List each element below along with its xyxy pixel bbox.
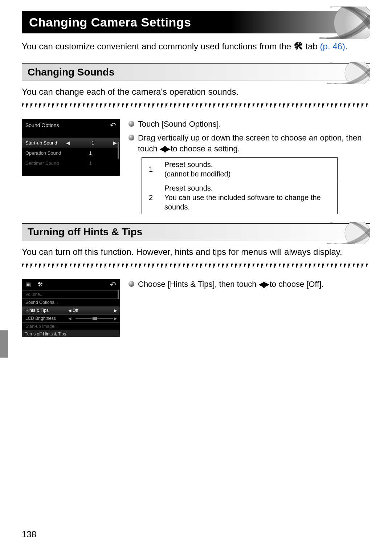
intro-text-2: tab <box>303 41 320 51</box>
back-icon: ↶ <box>110 280 116 289</box>
ss-row-label: Operation Sound <box>25 150 66 156</box>
page-tab-marker <box>0 330 8 358</box>
hints-tips-screenshot: ▣ 🛠 ↶ Volume... Sound Options... Hints &… <box>22 279 120 337</box>
left-right-arrows-icon: ◀▶ <box>259 280 268 289</box>
main-heading: Changing Camera Settings <box>29 15 191 29</box>
section-heading-bar: Turning off Hints & Tips <box>22 223 370 241</box>
intro-text-end: . <box>345 41 348 51</box>
ss-row-label: Start-up Image... <box>25 324 68 329</box>
bullet-text: Touch [Sound Options]. <box>138 119 221 129</box>
option-number: 1 <box>142 157 160 181</box>
option-desc: Preset sounds. You can use the included … <box>160 181 338 214</box>
ss-row-startup-sound: Start-up Sound ◀ 1 ▶ <box>22 138 120 148</box>
sounds-row: Sound Options ↶ Start-up Sound ◀ 1 ▶ Ope… <box>22 119 370 214</box>
ss-row-label: Start-up Sound <box>25 140 66 146</box>
section-heading-hints: Turning off Hints & Tips <box>28 226 142 238</box>
hash-divider <box>22 264 370 272</box>
arrow-left-icon: ◀ <box>68 308 71 313</box>
arrow-right-icon: ▶ <box>113 140 117 146</box>
svg-point-1 <box>345 62 370 84</box>
ss-row-startup-image: Start-up Image... <box>22 322 120 330</box>
table-row: 1 Preset sounds. (cannot be modified) <box>142 157 338 181</box>
bullet-text: Choose [Hints & Tips], then touch <box>138 280 259 289</box>
left-right-arrows-icon: ◀▶ <box>160 144 168 153</box>
hash-divider <box>22 103 370 111</box>
sounds-description: You can change each of the camera's oper… <box>22 86 370 98</box>
bullet-item: Choose [Hints & Tips], then touch ◀▶ to … <box>128 279 370 290</box>
back-icon: ↶ <box>110 121 116 130</box>
svg-rect-5 <box>22 264 370 272</box>
bullet-item: Touch [Sound Options]. <box>128 119 370 130</box>
ss-row-sound-options: Sound Options... <box>22 298 120 306</box>
ss-row-hints-tips: Hints & Tips ◀ Off ▶ <box>22 306 120 314</box>
ss-row-value: 1 <box>66 160 115 166</box>
sound-options-table: 1 Preset sounds. (cannot be modified) 2 … <box>142 157 338 214</box>
page-number: 138 <box>22 529 36 539</box>
camera-tab-icon: ▣ <box>25 281 31 288</box>
ss-title: Sound Options <box>25 122 59 128</box>
arrow-left-icon: ◀ <box>66 140 70 146</box>
main-heading-bar: Changing Camera Settings <box>22 11 370 33</box>
hints-instructions: Choose [Hints & Tips], then touch ◀▶ to … <box>128 279 370 293</box>
ss-scrollbar <box>118 290 119 299</box>
decor-swirl-icon <box>290 222 370 244</box>
ss-scrollbar <box>118 142 119 159</box>
hints-row: ▣ 🛠 ↶ Volume... Sound Options... Hints &… <box>22 279 370 337</box>
bullet-text: to choose [Off]. <box>268 280 324 289</box>
arrow-left-icon: ◀ <box>68 316 71 321</box>
tools-tab-icon: 🛠 <box>37 281 43 288</box>
ss-row-value: 1 <box>71 140 115 146</box>
option-desc: Preset sounds. (cannot be modified) <box>160 157 338 181</box>
ss-footer-hint: Turns off Hints & Tips <box>22 330 120 337</box>
hints-description: You can turn off this function. However,… <box>22 246 370 258</box>
sounds-instructions: Touch [Sound Options]. Drag vertically u… <box>128 119 370 214</box>
section-heading-sounds: Changing Sounds <box>28 66 115 78</box>
ss-row-selftimer-sound: Selftimer Sound 1 <box>22 158 120 168</box>
bullet-item: Drag vertically up or down the screen to… <box>128 133 370 154</box>
ss-row-label: Selftimer Sound <box>25 160 66 166</box>
section-heading-bar: Changing Sounds <box>22 63 370 81</box>
ss-row-lcd-brightness: LCD Brightness ◀ ▶ <box>22 314 120 322</box>
brightness-slider <box>75 318 113 319</box>
svg-point-0 <box>334 7 370 39</box>
svg-point-4 <box>345 222 370 244</box>
arrow-right-icon: ▶ <box>114 308 117 313</box>
ss-row-volume: Volume... <box>22 290 120 298</box>
ss-row-label: Sound Options... <box>25 300 68 305</box>
tools-icon: 🛠 <box>294 41 303 52</box>
decor-swirl-icon <box>269 7 370 39</box>
ss-row-label: Volume... <box>25 292 68 297</box>
intro-paragraph: You can customize convenient and commonl… <box>22 40 370 53</box>
intro-text-1: You can customize convenient and commonl… <box>22 41 294 51</box>
decor-swirl-icon <box>290 62 370 84</box>
option-number: 2 <box>142 181 160 214</box>
ss-row-value: 1 <box>66 150 115 156</box>
arrow-right-icon: ▶ <box>114 316 117 321</box>
ss-row-label: LCD Brightness <box>25 316 68 321</box>
ss-row-label: Hints & Tips <box>25 308 68 313</box>
bullet-text: to choose a setting. <box>168 144 240 153</box>
sound-options-screenshot: Sound Options ↶ Start-up Sound ◀ 1 ▶ Ope… <box>22 119 120 176</box>
page-ref-link[interactable]: (p. 46) <box>320 41 345 51</box>
ss-row-value: Off <box>73 308 78 313</box>
table-row: 2 Preset sounds. You can use the include… <box>142 181 338 214</box>
ss-row-operation-sound: Operation Sound 1 <box>22 148 120 158</box>
svg-rect-3 <box>22 103 370 111</box>
